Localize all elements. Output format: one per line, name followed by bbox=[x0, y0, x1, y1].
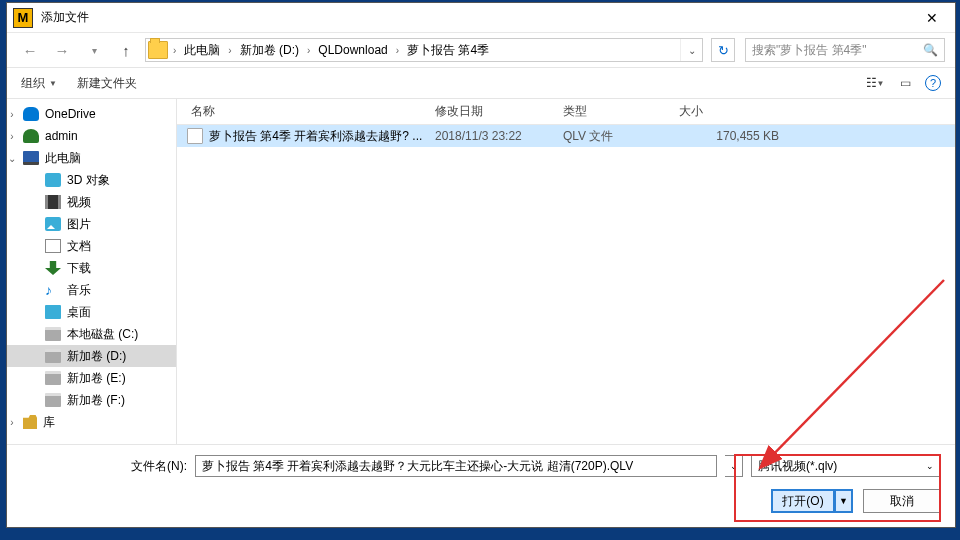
filter-label: 腾讯视频(*.qlv) bbox=[758, 458, 837, 475]
open-button[interactable]: 打开(O) bbox=[771, 489, 835, 513]
sidebar-item-label: 新加卷 (E:) bbox=[67, 370, 126, 387]
pc-icon bbox=[23, 151, 39, 165]
breadcrumb-item[interactable]: 新加卷 (D:) bbox=[237, 42, 302, 59]
sidebar-item-libraries[interactable]: ›库 bbox=[7, 411, 176, 433]
chevron-right-icon[interactable]: › bbox=[168, 45, 181, 56]
breadcrumb-item[interactable]: QLDownload bbox=[315, 43, 390, 57]
user-icon bbox=[23, 129, 39, 143]
sidebar-item-videos[interactable]: 视频 bbox=[7, 191, 176, 213]
sidebar-item-drive-c[interactable]: 本地磁盘 (C:) bbox=[7, 323, 176, 345]
sidebar-item-label: 库 bbox=[43, 414, 55, 431]
sidebar-item-label: 下载 bbox=[67, 260, 91, 277]
expand-icon[interactable]: ⌄ bbox=[7, 153, 17, 164]
toolbar: 组织 ▼ 新建文件夹 ☷ ▼ ▭ ? bbox=[7, 67, 955, 99]
sidebar-item-label: 桌面 bbox=[67, 304, 91, 321]
file-type: QLV 文件 bbox=[563, 128, 679, 145]
search-icon: 🔍 bbox=[923, 43, 938, 57]
sidebar-item-label: 音乐 bbox=[67, 282, 91, 299]
sidebar-item-3dobjects[interactable]: 3D 对象 bbox=[7, 169, 176, 191]
organize-menu[interactable]: 组织 ▼ bbox=[21, 75, 57, 92]
app-icon: M bbox=[13, 8, 33, 28]
file-list-area: 名称 修改日期 类型 大小 萝卜报告 第4季 开着宾利添越去越野? ... 20… bbox=[177, 99, 955, 444]
filename-input[interactable]: 萝卜报告 第4季 开着宾利添越去越野？大元比车主还操心-大元说 超清(720P)… bbox=[195, 455, 717, 477]
breadcrumb-dropdown[interactable]: ⌄ bbox=[680, 39, 702, 61]
sidebar-item-pictures[interactable]: 图片 bbox=[7, 213, 176, 235]
sidebar-item-onedrive[interactable]: ›OneDrive bbox=[7, 103, 176, 125]
sidebar-item-label: 文档 bbox=[67, 238, 91, 255]
file-open-dialog: M 添加文件 ✕ ← → ▾ ↑ › 此电脑 › 新加卷 (D:) › QLDo… bbox=[6, 2, 956, 528]
back-button[interactable]: ← bbox=[17, 37, 43, 63]
sidebar-item-desktop[interactable]: 桌面 bbox=[7, 301, 176, 323]
help-button[interactable]: ? bbox=[925, 75, 941, 91]
sidebar-item-user[interactable]: ›admin bbox=[7, 125, 176, 147]
sidebar-item-label: admin bbox=[45, 129, 78, 143]
sidebar-item-music[interactable]: ♪音乐 bbox=[7, 279, 176, 301]
column-type[interactable]: 类型 bbox=[563, 103, 679, 120]
column-name[interactable]: 名称 bbox=[177, 103, 435, 120]
nav-bar: ← → ▾ ↑ › 此电脑 › 新加卷 (D:) › QLDownload › … bbox=[7, 33, 955, 67]
filename-history-dropdown[interactable]: ⌄ bbox=[725, 455, 743, 477]
sidebar-item-label: 图片 bbox=[67, 216, 91, 233]
chevron-down-icon: ▼ bbox=[49, 79, 57, 88]
sidebar-item-drive-d[interactable]: 新加卷 (D:) bbox=[7, 345, 176, 367]
folder-icon bbox=[148, 41, 168, 59]
open-label: 打开(O) bbox=[782, 493, 823, 510]
sidebar-item-label: 此电脑 bbox=[45, 150, 81, 167]
library-icon bbox=[23, 415, 37, 429]
close-button[interactable]: ✕ bbox=[909, 3, 955, 33]
recent-dropdown[interactable]: ▾ bbox=[81, 37, 107, 63]
chevron-right-icon[interactable]: › bbox=[223, 45, 236, 56]
column-size[interactable]: 大小 bbox=[679, 103, 799, 120]
sidebar-item-thispc[interactable]: ⌄此电脑 bbox=[7, 147, 176, 169]
column-date[interactable]: 修改日期 bbox=[435, 103, 563, 120]
search-placeholder: 搜索"萝卜报告 第4季" bbox=[752, 42, 923, 59]
chevron-down-icon: ⌄ bbox=[926, 461, 934, 471]
picture-icon bbox=[45, 217, 61, 231]
sidebar-item-drive-e[interactable]: 新加卷 (E:) bbox=[7, 367, 176, 389]
up-button[interactable]: ↑ bbox=[113, 37, 139, 63]
download-icon bbox=[45, 261, 61, 275]
file-size: 170,455 KB bbox=[679, 129, 779, 143]
refresh-button[interactable]: ↻ bbox=[711, 38, 735, 62]
expand-icon[interactable]: › bbox=[7, 417, 17, 428]
open-button-group: 打开(O) ▼ bbox=[771, 489, 853, 513]
file-list[interactable]: 萝卜报告 第4季 开着宾利添越去越野? ... 2018/11/3 23:22 … bbox=[177, 125, 955, 444]
chevron-right-icon[interactable]: › bbox=[302, 45, 315, 56]
drive-icon bbox=[45, 327, 61, 341]
drive-icon bbox=[45, 371, 61, 385]
expand-icon[interactable]: › bbox=[7, 109, 17, 120]
chevron-down-icon: ▼ bbox=[877, 79, 885, 88]
sidebar: ›OneDrive ›admin ⌄此电脑 3D 对象 视频 图片 文档 下载 … bbox=[7, 99, 177, 444]
desktop-icon bbox=[45, 305, 61, 319]
sidebar-item-label: 本地磁盘 (C:) bbox=[67, 326, 138, 343]
breadcrumb-item[interactable]: 萝卜报告 第4季 bbox=[404, 42, 492, 59]
search-input[interactable]: 搜索"萝卜报告 第4季" 🔍 bbox=[745, 38, 945, 62]
column-headers: 名称 修改日期 类型 大小 bbox=[177, 99, 955, 125]
drive-icon bbox=[45, 393, 61, 407]
sidebar-item-drive-f[interactable]: 新加卷 (F:) bbox=[7, 389, 176, 411]
cancel-button[interactable]: 取消 bbox=[863, 489, 941, 513]
breadcrumb-item[interactable]: 此电脑 bbox=[181, 42, 223, 59]
chevron-right-icon[interactable]: › bbox=[391, 45, 404, 56]
open-dropdown[interactable]: ▼ bbox=[835, 489, 853, 513]
breadcrumb[interactable]: › 此电脑 › 新加卷 (D:) › QLDownload › 萝卜报告 第4季… bbox=[145, 38, 703, 62]
sidebar-item-documents[interactable]: 文档 bbox=[7, 235, 176, 257]
file-row[interactable]: 萝卜报告 第4季 开着宾利添越去越野? ... 2018/11/3 23:22 … bbox=[177, 125, 955, 147]
cube-icon bbox=[45, 173, 61, 187]
forward-button: → bbox=[49, 37, 75, 63]
video-icon bbox=[45, 195, 61, 209]
sidebar-item-downloads[interactable]: 下载 bbox=[7, 257, 176, 279]
cloud-icon bbox=[23, 107, 39, 121]
main-area: ›OneDrive ›admin ⌄此电脑 3D 对象 视频 图片 文档 下载 … bbox=[7, 99, 955, 444]
new-folder-label: 新建文件夹 bbox=[77, 75, 137, 92]
filename-label: 文件名(N): bbox=[131, 458, 187, 475]
file-type-filter[interactable]: 腾讯视频(*.qlv) ⌄ bbox=[751, 455, 941, 477]
preview-button[interactable]: ▭ bbox=[895, 74, 915, 92]
drive-icon bbox=[45, 349, 61, 363]
file-icon bbox=[187, 128, 203, 144]
expand-icon[interactable]: › bbox=[7, 131, 17, 142]
view-options-button[interactable]: ☷ ▼ bbox=[865, 74, 885, 92]
file-name: 萝卜报告 第4季 开着宾利添越去越野? ... bbox=[209, 128, 435, 145]
new-folder-button[interactable]: 新建文件夹 bbox=[77, 75, 137, 92]
filename-value: 萝卜报告 第4季 开着宾利添越去越野？大元比车主还操心-大元说 超清(720P)… bbox=[202, 458, 633, 475]
